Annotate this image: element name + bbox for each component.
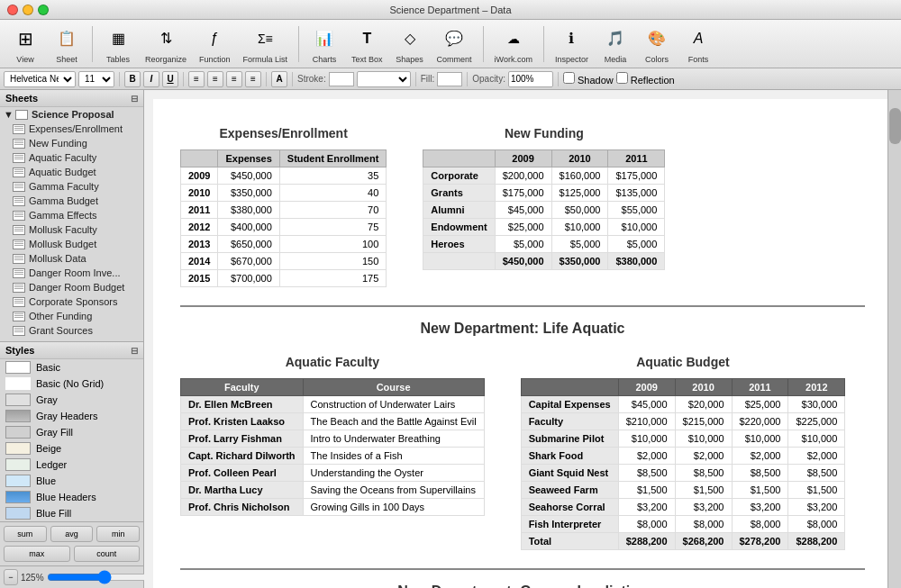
colors-tool[interactable]: 🎨 Colors — [639, 23, 675, 66]
scrollbar[interactable] — [887, 90, 901, 588]
sheet-grid-icon — [13, 312, 25, 321]
iwork-tool[interactable]: ☁ iWork.com — [491, 23, 536, 66]
course-name: Understanding the Oyster — [303, 465, 484, 482]
media-tool[interactable]: 🎵 Media — [597, 23, 633, 66]
style-preview-blue-fill — [5, 507, 31, 520]
window-controls[interactable] — [7, 5, 49, 15]
styles-collapse-icon[interactable]: ⊟ — [131, 346, 138, 356]
count-button[interactable]: count — [74, 546, 141, 562]
table-row: Prof. Colleen PearlUnderstanding the Oys… — [181, 465, 485, 482]
sidebar-item-danger-room-budget[interactable]: Danger Room Budget — [0, 280, 143, 294]
min-button[interactable]: min — [96, 526, 140, 542]
function-tool[interactable]: ƒ Function — [196, 23, 234, 66]
col-2012: 2012 — [788, 379, 845, 396]
text-color-button[interactable]: A — [271, 71, 287, 87]
sidebar-item-grant-sources[interactable]: Grant Sources — [0, 323, 143, 338]
expenses-col-year — [181, 150, 218, 167]
style-item-ledger[interactable]: Ledger — [0, 457, 143, 473]
sidebar-item-gamma-faculty[interactable]: Gamma Faculty — [0, 179, 143, 194]
avg-button[interactable]: avg — [50, 526, 94, 542]
bold-button[interactable]: B — [124, 71, 141, 87]
minimize-button[interactable] — [23, 5, 33, 15]
sidebar-item-aquatic-budget[interactable]: Aquatic Budget — [0, 165, 143, 179]
style-item-basic[interactable]: Basic — [0, 359, 143, 375]
val: $8,000 — [675, 516, 732, 533]
view-tool[interactable]: ⊞ View — [7, 23, 43, 66]
sidebar-item-expenses-enrollment[interactable]: Expenses/Enrollment — [0, 122, 143, 136]
align-justify-button[interactable]: ≡ — [245, 71, 261, 87]
fonts-tool[interactable]: A Fonts — [680, 23, 716, 66]
val: $200,000 — [495, 167, 551, 185]
sheet-label: Corporate Sponsors — [29, 296, 117, 307]
align-left-button[interactable]: ≡ — [188, 71, 205, 87]
val: $8,000 — [618, 516, 675, 533]
sidebar-item-gamma-effects[interactable]: Gamma Effects — [0, 208, 143, 222]
style-item-gray[interactable]: Gray — [0, 392, 143, 408]
max-button[interactable]: max — [4, 546, 70, 562]
style-item-blue[interactable]: Blue — [0, 473, 143, 489]
sidebar-item-danger-room-inv[interactable]: Danger Room Inve... — [0, 266, 143, 280]
enrollment-cell: 100 — [279, 236, 386, 253]
table-row: 2009$450,00035 — [181, 167, 387, 185]
fmt-sep6 — [467, 72, 468, 86]
scrollbar-thumb[interactable] — [889, 108, 901, 144]
sidebar-item-aquatic-faculty[interactable]: Aquatic Faculty — [0, 150, 143, 165]
val: $20,000 — [675, 396, 732, 413]
align-right-button[interactable]: ≡ — [226, 71, 242, 87]
fmt-sep3 — [266, 72, 267, 86]
align-center-button[interactable]: ≡ — [207, 71, 223, 87]
reorganize-tool[interactable]: ⇅ Reorganize — [141, 23, 190, 66]
sidebar-item-corporate-sponsors[interactable]: Corporate Sponsors — [0, 294, 143, 309]
aquatic-budget-section: Aquatic Budget 2009 2010 2011 2012 — [521, 346, 846, 550]
table-row: Heroes$5,000$5,000$5,000 — [423, 236, 665, 253]
reflection-checkbox[interactable] — [616, 72, 628, 84]
italic-button[interactable]: I — [143, 71, 159, 87]
sep4 — [543, 26, 544, 62]
tables-tool[interactable]: ▦ Tables — [100, 23, 136, 66]
stroke-color[interactable] — [329, 72, 354, 86]
sheet-label: Gamma Budget — [29, 195, 98, 206]
style-item-gray-fill[interactable]: Gray Fill — [0, 424, 143, 440]
shadow-label: Shadow — [563, 72, 614, 86]
font-size-select[interactable]: 11 — [78, 71, 114, 87]
fill-color[interactable] — [437, 72, 462, 86]
sidebar-item-gamma-budget[interactable]: Gamma Budget — [0, 194, 143, 208]
aquatic-faculty-section: Aquatic Faculty Faculty Course Dr. Ellen… — [180, 346, 485, 550]
sum-button[interactable]: sum — [4, 526, 47, 542]
inspector-tool[interactable]: ℹ Inspector — [551, 23, 592, 66]
inspector-icon: ℹ — [557, 24, 586, 53]
textbox-tool[interactable]: T Text Box — [348, 23, 387, 66]
sidebar-item-mollusk-budget[interactable]: Mollusk Budget — [0, 237, 143, 251]
font-family-select[interactable]: Helvetica Neue — [4, 71, 76, 87]
shapes-tool[interactable]: ◇ Shapes — [392, 23, 428, 66]
sidebar-item-mollusk-data[interactable]: Mollusk Data — [0, 251, 143, 266]
close-button[interactable] — [7, 5, 18, 15]
style-item-no-grid[interactable]: Basic (No Grid) — [0, 375, 143, 392]
funding-label: Grants — [423, 185, 495, 202]
opacity-input[interactable] — [508, 71, 553, 87]
val: $10,000 — [618, 430, 675, 448]
sidebar-item-mollusk-faculty[interactable]: Mollusk Faculty — [0, 222, 143, 237]
sidebar-item-science-proposal[interactable]: ▼ Science Proposal — [0, 107, 143, 122]
zoom-out-button[interactable]: − — [4, 569, 18, 585]
val: $10,000 — [608, 219, 665, 236]
sheet-tool[interactable]: 📋 Sheet — [49, 23, 85, 66]
style-item-beige[interactable]: Beige — [0, 440, 143, 457]
stroke-style-select[interactable] — [357, 71, 411, 87]
function-label: Function — [199, 55, 231, 64]
val: $55,000 — [608, 202, 665, 219]
colors-icon: 🎨 — [642, 24, 671, 53]
style-item-gray-headers[interactable]: Gray Headers — [0, 408, 143, 424]
course-name: Construction of Underwater Lairs — [303, 396, 484, 413]
sheets-collapse-icon[interactable]: ⊟ — [131, 94, 138, 104]
comment-tool[interactable]: 💬 Comment — [433, 23, 476, 66]
sidebar-item-new-funding[interactable]: New Funding — [0, 136, 143, 150]
maximize-button[interactable] — [38, 5, 49, 15]
style-item-blue-headers[interactable]: Blue Headers — [0, 489, 143, 505]
formula-tool[interactable]: Σ≡ Formula List — [240, 23, 292, 66]
style-item-blue-fill[interactable]: Blue Fill — [0, 505, 143, 521]
sidebar-item-other-funding[interactable]: Other Funding — [0, 309, 143, 323]
underline-button[interactable]: U — [162, 71, 178, 87]
shadow-checkbox[interactable] — [563, 72, 575, 84]
charts-tool[interactable]: 📊 Charts — [306, 23, 342, 66]
